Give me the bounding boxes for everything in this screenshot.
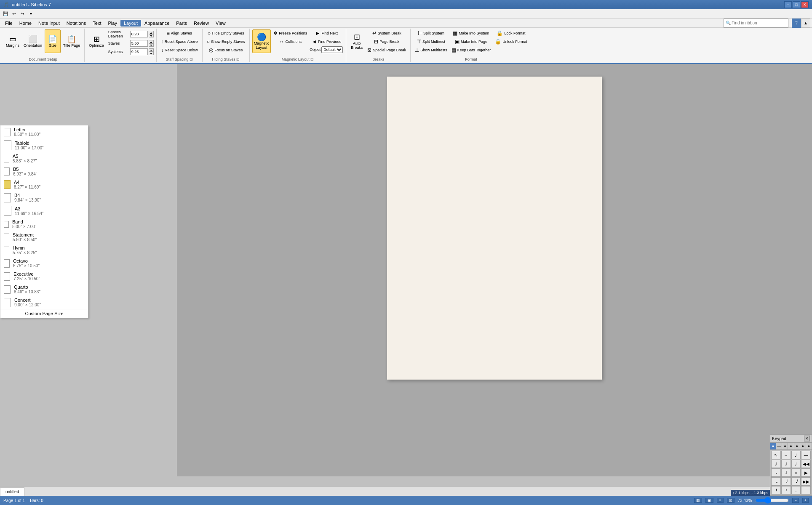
spaces-between-input[interactable] [130, 31, 148, 37]
keypad-key-19[interactable]: . [791, 486, 801, 494]
systems-down[interactable]: ▼ [149, 52, 154, 55]
keypad-tab-5[interactable]: ● [794, 443, 800, 449]
staves-input[interactable] [130, 40, 148, 47]
zoom-in-btn[interactable]: + [802, 498, 809, 503]
keypad-key-13[interactable]: 𝅝 [771, 477, 781, 486]
find-ribbon-input[interactable] [732, 21, 786, 25]
menu-file[interactable]: File [2, 20, 16, 27]
page-size-item-b5[interactable]: B56.93" × 9.84" [0, 165, 88, 178]
keypad-key-17[interactable]: 𝄽 [771, 486, 781, 494]
keypad-key-6[interactable]: ♩ [781, 460, 791, 468]
lock-format-btn[interactable]: 🔒 Lock Format [493, 29, 529, 37]
size-btn[interactable]: 📄 Size [45, 29, 61, 53]
keypad-key-4[interactable]: — [801, 451, 811, 459]
hide-empty-staves-btn[interactable]: ○ Hide Empty Staves [205, 29, 247, 37]
page-size-item-a5[interactable]: A55.83" × 8.27" [0, 152, 88, 165]
keypad-tab-1[interactable]: ● [770, 443, 776, 449]
keypad-tab-6[interactable]: ● [800, 443, 806, 449]
menu-layout[interactable]: Layout [120, 20, 141, 27]
page-size-item-concert[interactable]: Concert9.00" × 12.00" [0, 296, 88, 309]
zoom-out-btn[interactable]: − [792, 498, 799, 503]
menu-view[interactable]: View [212, 20, 229, 27]
menu-text[interactable]: Text [89, 20, 104, 27]
show-multirests-btn[interactable]: ⊥ Show Multirests [413, 46, 449, 54]
keep-bars-together-btn[interactable]: ▤ Keep Bars Together [450, 46, 492, 54]
qa-save-btn[interactable]: 💾 [2, 10, 9, 18]
keypad-key-11[interactable]: ○ [791, 468, 801, 477]
ribbon-collapse-btn[interactable]: ▲ [801, 19, 810, 28]
orientation-btn[interactable]: ⬜ Orientation [22, 29, 44, 53]
title-page-btn[interactable]: 📋 Title Page [61, 29, 82, 53]
staff-spacing-expand[interactable]: ⊡ [190, 57, 193, 61]
reset-space-below-btn[interactable]: ↓ Reset Space Below [159, 46, 200, 54]
keypad-key-18[interactable]: 𝄾 [781, 486, 791, 494]
auto-breaks-btn[interactable]: ⊡ AutoBreaks [349, 29, 365, 53]
unlock-format-btn[interactable]: 🔓 Unlock Format [493, 38, 529, 45]
keypad-title[interactable]: Keypad ✕ [770, 435, 812, 443]
keypad-key-7[interactable]: ♩ [791, 460, 801, 468]
page-size-item-letter[interactable]: Letter8.50" × 11.00" [0, 125, 88, 138]
keypad-close-btn[interactable]: ✕ [804, 436, 810, 441]
focus-on-staves-btn[interactable]: ◎ Focus on Staves [205, 46, 247, 54]
keypad-key-5[interactable]: ♩ [771, 460, 781, 468]
page-tab-untitled[interactable]: untitled [0, 487, 24, 496]
page-size-item-b4[interactable]: B49.84" × 13.90" [0, 191, 88, 204]
page-size-item-executive[interactable]: Executive7.25" × 10.50" [0, 270, 88, 283]
status-view-btn4[interactable]: ⊡ [727, 498, 735, 503]
page-size-item-octavo[interactable]: Octavo6.75" × 10.50" [0, 257, 88, 270]
keypad-key-1[interactable]: ↖ [771, 451, 781, 459]
split-system-btn[interactable]: ⊢ Split System [413, 29, 449, 37]
keypad-key-20[interactable] [801, 486, 811, 494]
qa-redo-btn[interactable]: ↪ [19, 10, 26, 18]
spaces-between-up[interactable]: ▲ [149, 31, 154, 34]
show-empty-staves-btn[interactable]: ○ Show Empty Staves [205, 38, 247, 45]
maximize-btn[interactable]: □ [793, 1, 800, 8]
systems-up[interactable]: ▲ [149, 48, 154, 52]
freeze-positions-btn[interactable]: ❄ Freeze Positions [272, 29, 309, 37]
menu-play[interactable]: Play [105, 20, 120, 27]
make-into-system-btn[interactable]: ▦ Make Into System [450, 29, 492, 37]
qa-dropdown-btn[interactable]: ▾ [27, 10, 35, 18]
magnetic-expand[interactable]: ⊡ [310, 57, 314, 61]
score-area[interactable] [177, 64, 812, 476]
keypad-tab-3[interactable]: ● [782, 443, 788, 449]
status-view-btn3[interactable]: ≡ [717, 498, 723, 503]
status-view-btn1[interactable]: ▦ [694, 498, 702, 503]
custom-page-size-btn[interactable]: Custom Page Size [0, 309, 88, 318]
close-btn[interactable]: ✕ [801, 1, 809, 8]
keypad-key-16[interactable]: ▶▶ [801, 477, 811, 486]
keypad-key-10[interactable]: ♩ [781, 468, 791, 477]
special-page-break-btn[interactable]: ⊠ Special Page Break [366, 46, 408, 54]
spaces-between-down[interactable]: ▼ [149, 34, 154, 37]
menu-appearance[interactable]: Appearance [141, 20, 173, 27]
make-into-page-btn[interactable]: ▣ Make Into Page [450, 38, 492, 45]
keypad-key-12[interactable]: ▶ [801, 468, 811, 477]
find-previous-btn[interactable]: ◄ Find Previous [310, 38, 343, 45]
page-size-item-statement[interactable]: Statement5.50" × 8.50" [0, 231, 88, 244]
find-next-btn[interactable]: ► Find Next [310, 29, 343, 37]
zoom-slider[interactable] [755, 497, 789, 504]
page-size-item-band[interactable]: Band5.00" × 7.00" [0, 218, 88, 231]
page-size-item-quarto[interactable]: Quarto8.46" × 10.83" [0, 283, 88, 296]
keypad-key-15[interactable]: 𝅘𝅥𝅮 [791, 477, 801, 486]
object-select[interactable]: Default [321, 46, 343, 53]
hiding-staves-expand[interactable]: ⊡ [236, 57, 240, 61]
page-break-btn[interactable]: ⊟ Page Break [366, 38, 408, 45]
split-multirest-btn[interactable]: ⊤ Split Multirest [413, 38, 449, 45]
keypad-tab-4[interactable]: ● [788, 443, 794, 449]
margins-btn[interactable]: ▭ Margins [4, 29, 21, 53]
keypad-tab-2[interactable]: — [776, 443, 782, 449]
reset-space-above-btn[interactable]: ↑ Reset Space Above [159, 38, 200, 45]
page-size-item-tabloid[interactable]: Tabloid11.00" × 17.00" [0, 138, 88, 152]
menu-home[interactable]: Home [16, 20, 35, 27]
staves-down[interactable]: ▼ [149, 43, 154, 47]
page-size-item-hymn[interactable]: Hymn5.75" × 8.25" [0, 244, 88, 257]
menu-notations[interactable]: Notations [63, 20, 89, 27]
menu-parts[interactable]: Parts [173, 20, 190, 27]
keypad-key-14[interactable]: 𝅗𝅥 [781, 477, 791, 486]
minimize-btn[interactable]: − [784, 1, 792, 8]
keypad-key-2[interactable]: → [781, 451, 791, 459]
ribbon-help-btn[interactable]: ? [792, 19, 801, 28]
keypad-key-9[interactable]: 𝅗 [771, 468, 781, 477]
page-size-item-a3[interactable]: A311.69" × 16.54" [0, 204, 88, 218]
